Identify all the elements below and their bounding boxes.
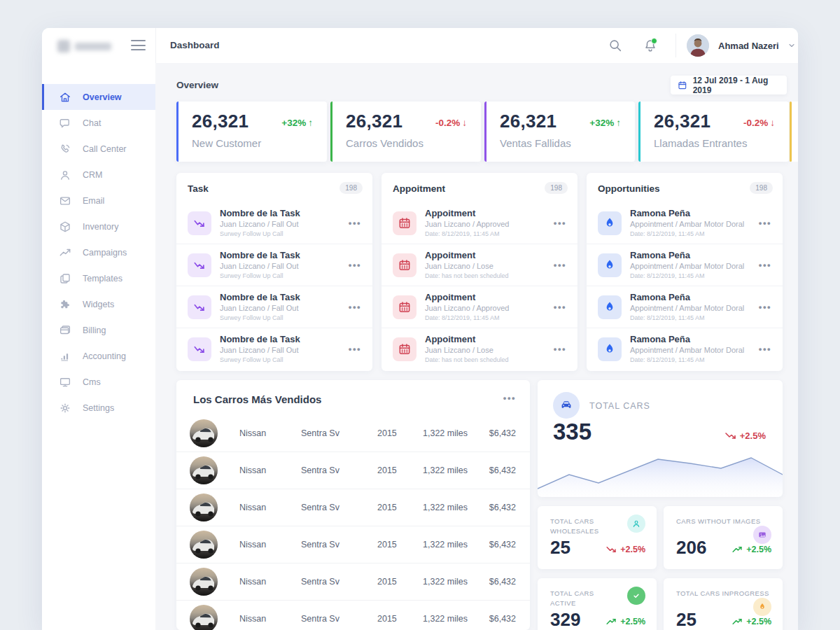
sidebar-item-label: CRM bbox=[83, 170, 102, 180]
cell-mileage: 1,322 miles bbox=[423, 503, 468, 512]
table-row[interactable]: Nissan Sentra Sv 2015 1,322 miles $6,432 bbox=[176, 451, 530, 489]
stat-delta: +32% bbox=[589, 118, 621, 128]
opportunities-list: Ramona Peña Appointment / Ambar Motor Do… bbox=[587, 202, 783, 370]
mini-card-label: TOTAL CARS WHOLESALES bbox=[550, 517, 612, 536]
cell-year: 2015 bbox=[377, 503, 397, 512]
appointment-text: Appoitment Juan Lizcano / Approved Date:… bbox=[425, 209, 554, 237]
item-title: Nombre de la Task bbox=[220, 335, 349, 344]
more-options-icon[interactable] bbox=[759, 218, 771, 228]
puzzle-icon bbox=[59, 298, 71, 311]
table-row[interactable]: Nissan Sentra Sv 2015 1,322 miles $6,432 bbox=[176, 489, 530, 526]
table-row[interactable]: Nissan Sentra Sv 2015 1,322 miles $6,432 bbox=[176, 526, 530, 563]
cell-model: Sentra Sv bbox=[301, 614, 340, 624]
more-options-icon[interactable] bbox=[554, 260, 566, 270]
mini-card-delta: +2.5% bbox=[732, 545, 771, 554]
task-arrow-icon bbox=[188, 295, 211, 319]
more-options-icon[interactable] bbox=[349, 302, 361, 312]
sidebar-item-call-center[interactable]: Call Center bbox=[42, 136, 155, 162]
sidebar-item-templates[interactable]: Templates bbox=[42, 265, 155, 291]
opportunity-list-item[interactable]: Ramona Peña Appointment / Ambar Motor Do… bbox=[587, 202, 783, 244]
table-row[interactable]: Nissan Sentra Sv 2015 1,322 miles $6,432 bbox=[176, 415, 530, 451]
more-options-icon[interactable] bbox=[554, 344, 566, 354]
sidebar-item-settings[interactable]: Settings bbox=[42, 395, 155, 421]
task-list-item[interactable]: Nombre de la Task Juan Lizcano / Fall Ou… bbox=[176, 202, 372, 244]
sidebar-item-cms[interactable]: Cms bbox=[42, 369, 155, 395]
avatar bbox=[687, 34, 709, 57]
sidebar-item-label: Widgets bbox=[83, 300, 114, 309]
opportunity-list-item[interactable]: Ramona Peña Appointment / Ambar Motor Do… bbox=[587, 244, 783, 286]
appointment-text: Appoitment Juan Lizcano / Lose Date: has… bbox=[425, 251, 554, 279]
home-icon bbox=[59, 91, 71, 104]
person-icon bbox=[627, 514, 645, 533]
mini-card-value: 25 bbox=[550, 537, 570, 559]
cube-icon bbox=[59, 220, 71, 233]
sidebar-item-billing[interactable]: Billing bbox=[42, 317, 155, 343]
cell-price: $6,432 bbox=[489, 465, 516, 475]
stat-card-carros-vendidos: 26,321 -0.2% Carros Vendidos bbox=[330, 102, 481, 162]
user-menu[interactable]: Ahmad Nazeri bbox=[687, 28, 796, 63]
appointment-text: Appoitment Juan Lizcano / Approved Date:… bbox=[425, 293, 554, 321]
appointment-list-item[interactable]: Appoitment Juan Lizcano / Approved Date:… bbox=[382, 202, 578, 244]
more-options-icon[interactable] bbox=[349, 218, 361, 228]
appointment-list-item[interactable]: Appoitment Juan Lizcano / Approved Date:… bbox=[382, 286, 578, 328]
more-options-icon[interactable] bbox=[759, 260, 771, 270]
trend-up-icon bbox=[732, 618, 743, 625]
sidebar-item-campaigns[interactable]: Campaigns bbox=[42, 239, 155, 265]
item-subtitle: Juan Lizcano / Fall Out bbox=[220, 220, 349, 228]
cell-mileage: 1,322 miles bbox=[423, 540, 468, 550]
item-title: Appoitment bbox=[425, 209, 554, 218]
item-title: Nombre de la Task bbox=[220, 293, 349, 302]
notifications-bell-icon[interactable] bbox=[643, 38, 658, 53]
item-note: Date: has not been scheduled bbox=[425, 272, 554, 279]
task-text: Nombre de la Task Juan Lizcano / Fall Ou… bbox=[220, 251, 349, 279]
sidebar-item-crm[interactable]: CRM bbox=[42, 162, 155, 188]
opportunity-list-item[interactable]: Ramona Peña Appointment / Ambar Motor Do… bbox=[587, 328, 783, 370]
item-title: Nombre de la Task bbox=[220, 209, 349, 218]
table-row[interactable]: Nissan Sentra Sv 2015 1,322 miles $6,432 bbox=[176, 600, 530, 630]
panel-title: Appoitment bbox=[393, 183, 445, 194]
car-photo bbox=[190, 493, 218, 522]
more-options-icon[interactable] bbox=[554, 218, 566, 228]
sidebar-item-email[interactable]: Email bbox=[42, 188, 155, 214]
mini-card-delta-value: +2.5% bbox=[620, 617, 645, 626]
sidebar-item-inventory[interactable]: Inventory bbox=[42, 214, 155, 239]
more-options-icon[interactable] bbox=[349, 344, 361, 354]
trend-up-icon bbox=[732, 546, 743, 553]
appointment-list-item[interactable]: Appoitment Juan Lizcano / Lose Date: has… bbox=[382, 244, 578, 286]
table-row[interactable]: Nissan Sentra Sv 2015 1,322 miles $6,432 bbox=[176, 563, 530, 600]
calendar-icon bbox=[393, 295, 416, 319]
sidebar-item-overview[interactable]: Overview bbox=[42, 84, 155, 110]
trend-up-icon bbox=[606, 618, 617, 625]
more-options-icon[interactable] bbox=[759, 344, 771, 354]
car-photo bbox=[190, 419, 218, 447]
page: Overview Chat Call Center CRM Email Inve… bbox=[0, 0, 840, 630]
more-options-icon[interactable] bbox=[554, 302, 566, 312]
flame-icon bbox=[598, 295, 622, 319]
opportunities-panel: Opportunities 198 Ramona Peña Appointmen… bbox=[587, 173, 783, 371]
date-range-picker[interactable]: 12 Jul 2019 - 1 Aug 2019 bbox=[671, 76, 787, 94]
stat-delta: -0.2% bbox=[435, 118, 467, 128]
menu-toggle-icon[interactable] bbox=[131, 40, 146, 51]
total-cars-delta-value: +2.5% bbox=[740, 430, 766, 441]
cell-price: $6,432 bbox=[489, 503, 516, 512]
notification-dot bbox=[651, 38, 657, 44]
more-options-icon[interactable] bbox=[759, 302, 771, 312]
search-icon[interactable] bbox=[608, 38, 623, 53]
total-cars-delta: +2.5% bbox=[725, 430, 766, 441]
monitor-icon bbox=[59, 376, 71, 388]
more-options-icon[interactable] bbox=[349, 260, 361, 270]
opportunity-list-item[interactable]: Ramona Peña Appointment / Ambar Motor Do… bbox=[587, 286, 783, 328]
task-list-item[interactable]: Nombre de la Task Juan Lizcano / Fall Ou… bbox=[176, 244, 372, 286]
mini-card-value: 206 bbox=[676, 537, 706, 559]
sidebar-item-chat[interactable]: Chat bbox=[42, 110, 155, 136]
task-list-item[interactable]: Nombre de la Task Juan Lizcano / Fall Ou… bbox=[176, 328, 372, 370]
task-list-item[interactable]: Nombre de la Task Juan Lizcano / Fall Ou… bbox=[176, 286, 372, 328]
more-options-icon[interactable] bbox=[503, 393, 516, 403]
cell-brand: Nissan bbox=[239, 540, 266, 550]
item-subtitle: Juan Lizcano / Fall Out bbox=[220, 262, 349, 270]
sidebar-item-widgets[interactable]: Widgets bbox=[42, 291, 155, 317]
cell-brand: Nissan bbox=[239, 503, 266, 512]
car-photo bbox=[190, 456, 218, 484]
sidebar-item-accounting[interactable]: Accounting bbox=[42, 343, 155, 369]
appointment-list-item[interactable]: Appoitment Juan Lizcano / Lose Date: has… bbox=[382, 328, 578, 370]
